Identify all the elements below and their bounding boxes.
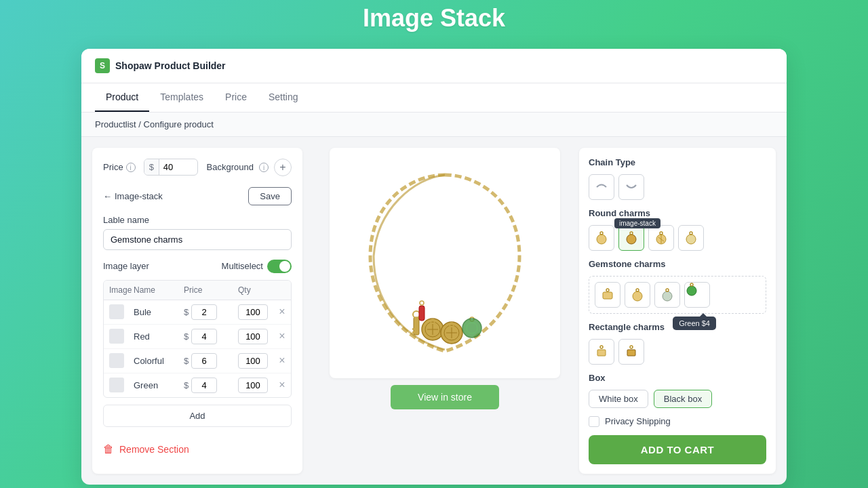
svg-point-38 <box>600 346 603 348</box>
multiselect-label: Multiselect <box>222 261 263 271</box>
th-price: Price <box>178 281 233 300</box>
round-charms-section: image-stack <box>589 225 766 251</box>
table-row: Bule $ × <box>104 300 291 325</box>
background-label: Background <box>207 162 254 172</box>
label-name-input[interactable] <box>103 229 292 250</box>
add-row-button[interactable]: Add <box>103 405 292 427</box>
label-name-section: Lable name <box>103 215 292 250</box>
gemstone-charm-2[interactable] <box>625 282 650 308</box>
row-price-3: $ <box>178 373 233 397</box>
remove-row-0[interactable]: × <box>273 302 291 322</box>
gemstone-charms-options: Green $4 <box>595 282 760 308</box>
price-val-input-0[interactable] <box>191 304 217 320</box>
round-charms-title: Round charms <box>589 208 766 218</box>
row-price-1: $ <box>178 325 233 348</box>
remove-section-label: Remove Section <box>119 444 189 455</box>
remove-section[interactable]: 🗑 Remove Section <box>103 443 292 455</box>
price-val-input-3[interactable] <box>191 378 217 393</box>
options-card: Chain Type Round charms <box>579 148 776 474</box>
table-row: Green $ × <box>104 373 291 397</box>
background-add-button[interactable]: + <box>274 159 292 176</box>
app-name: Shopaw Product Builder <box>115 60 226 71</box>
black-box-button[interactable]: Black box <box>654 390 712 408</box>
price-input[interactable] <box>159 159 189 175</box>
qty-input-0[interactable] <box>238 304 268 320</box>
gemstone-charms-title: Gemstone charms <box>589 259 766 269</box>
svg-rect-17 <box>419 306 425 321</box>
card-header: S Shopaw Product Builder <box>81 49 787 83</box>
svg-point-21 <box>627 235 636 244</box>
th-name: Name <box>128 281 178 300</box>
qty-input-1[interactable] <box>238 329 268 344</box>
tab-templates[interactable]: Templates <box>149 83 214 112</box>
svg-point-31 <box>633 291 642 301</box>
tab-price[interactable]: Price <box>214 83 258 112</box>
remove-row-1[interactable]: × <box>273 326 291 346</box>
back-button[interactable]: ← Image-stack <box>103 191 163 201</box>
left-panel: Price i $ Background i + ← Image-stack <box>92 148 302 474</box>
rect-charm-1[interactable] <box>589 339 614 365</box>
round-charm-2[interactable] <box>618 225 644 251</box>
round-charm-1[interactable] <box>589 225 614 251</box>
main-card: S Shopaw Product Builder Product Templat… <box>81 49 787 485</box>
svg-point-27 <box>686 235 696 244</box>
tab-setting[interactable]: Setting <box>258 83 309 112</box>
center-panel: View in store <box>311 148 579 474</box>
table-header: Image Name Price Qty <box>104 281 291 300</box>
price-label: Price i <box>103 162 136 172</box>
chain-opt-2[interactable] <box>618 174 644 200</box>
box-title: Box <box>589 373 766 383</box>
add-to-cart-button[interactable]: ADD TO CART <box>589 435 766 464</box>
round-charms-options <box>589 225 766 251</box>
tab-product[interactable]: Product <box>95 83 149 112</box>
svg-point-40 <box>630 346 633 348</box>
right-panel: Chain Type Round charms <box>579 148 776 474</box>
price-val-input-2[interactable] <box>191 353 217 369</box>
price-dollar: $ <box>144 159 159 175</box>
svg-point-35 <box>687 286 696 296</box>
chain-type-options <box>589 174 766 200</box>
rect-charm-2[interactable] <box>618 339 644 365</box>
multiselect-toggle[interactable] <box>267 260 292 273</box>
background-section: Background i + <box>207 159 292 176</box>
image-stack-badge: image-stack <box>614 218 660 228</box>
table-row: Red $ × <box>104 325 291 349</box>
price-info-icon[interactable]: i <box>126 163 136 172</box>
image-layer-title: Image layer <box>103 261 149 271</box>
label-name-label: Lable name <box>103 215 292 225</box>
remove-row-2[interactable]: × <box>273 350 291 371</box>
svg-point-20 <box>600 232 603 235</box>
round-charm-4[interactable] <box>678 225 704 251</box>
gemstone-charm-4[interactable]: Green $4 <box>684 282 710 308</box>
row-name-3: Green <box>128 376 178 394</box>
gemstone-charm-1[interactable] <box>595 282 620 308</box>
gemstone-charm-3[interactable] <box>654 282 680 308</box>
save-button[interactable]: Save <box>248 187 292 205</box>
rectangle-charms-options <box>589 339 766 365</box>
box-options: White box Black box <box>589 390 766 408</box>
breadcrumb-parent[interactable]: Productlist <box>95 119 136 129</box>
th-image: Image <box>104 281 128 300</box>
svg-rect-3 <box>412 331 417 333</box>
section-header: ← Image-stack Save <box>103 187 292 205</box>
bg-info-icon[interactable]: i <box>259 163 269 172</box>
section-name: Image-stack <box>115 191 163 201</box>
white-box-button[interactable]: White box <box>589 390 648 408</box>
svg-point-36 <box>690 283 693 286</box>
chain-opt-1[interactable] <box>589 174 614 200</box>
qty-input-3[interactable] <box>238 378 268 393</box>
trash-icon: 🗑 <box>103 443 114 455</box>
back-arrow-icon: ← <box>103 191 112 201</box>
row-qty-3 <box>233 373 273 397</box>
remove-row-3[interactable]: × <box>273 375 291 395</box>
privacy-checkbox[interactable] <box>589 416 599 427</box>
row-name-2: Colorful <box>128 352 178 370</box>
row-image-0 <box>104 300 128 323</box>
th-actions <box>273 281 291 300</box>
view-in-store-button[interactable]: View in store <box>391 385 499 409</box>
svg-rect-39 <box>627 350 635 356</box>
price-val-input-1[interactable] <box>191 329 217 344</box>
round-charm-3[interactable] <box>648 225 674 251</box>
qty-input-2[interactable] <box>238 353 268 369</box>
image-layer-table: Image Name Price Qty Bule $ <box>103 280 292 398</box>
